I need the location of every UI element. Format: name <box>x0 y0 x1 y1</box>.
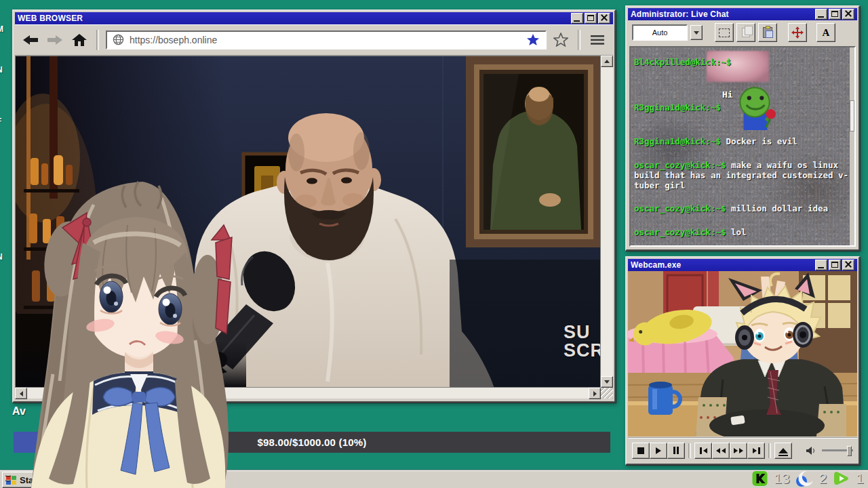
moon-icon[interactable] <box>795 470 814 487</box>
system-tray: 13 2 1 <box>751 468 864 488</box>
video-player[interactable]: SU SCRI <box>15 56 601 388</box>
back-arrow-icon <box>22 34 39 46</box>
forward-arrow-icon <box>46 34 64 46</box>
chat-message: oscar_cozy@kick:~$ make a waifu os linux… <box>634 160 852 190</box>
media-controls <box>628 438 857 462</box>
eject-icon <box>778 448 788 453</box>
desktop-icon-label-fragment: N <box>0 252 3 262</box>
horizontal-scrollbar[interactable] <box>15 388 601 399</box>
hamburger-menu-icon <box>589 34 606 46</box>
browser-titlebar[interactable]: WEB BROWSER <box>15 12 613 24</box>
speaker-icon <box>806 446 816 455</box>
volume-thumb[interactable] <box>847 446 852 456</box>
font-size-dropdown[interactable]: Auto <box>632 24 688 41</box>
desktop-icon-label-fragment: M <box>0 24 3 34</box>
scroll-up-icon[interactable] <box>601 56 613 67</box>
paste-icon <box>763 27 772 38</box>
play-button[interactable] <box>650 443 667 459</box>
browser-title: WEB BROWSER <box>18 14 571 23</box>
maximize-icon[interactable] <box>585 13 597 24</box>
chat-toolbar: Auto A <box>628 20 857 45</box>
move-button[interactable] <box>788 23 807 42</box>
chat-log[interactable]: :[.%y%}#,|~~(:.**.{:%}%%'{/;":{<:-(';/` … <box>629 46 856 247</box>
dropdown-arrow-icon[interactable] <box>690 25 703 40</box>
scroll-down-icon[interactable] <box>601 376 613 388</box>
portrait-painting <box>466 56 601 247</box>
star-outline-icon <box>553 33 568 47</box>
vtuber-webcam-scene <box>628 271 857 436</box>
minimize-icon[interactable] <box>571 13 583 24</box>
home-button[interactable] <box>69 30 90 49</box>
goal-label: Av <box>12 405 26 418</box>
copy-button[interactable] <box>736 23 755 42</box>
home-icon <box>71 33 87 47</box>
select-tool-button[interactable] <box>715 23 734 42</box>
minimize-icon[interactable] <box>815 9 827 20</box>
webcam-feed[interactable] <box>628 271 857 436</box>
chat-message: R3ggina1d@kick:~$ Docker is evil <box>634 136 852 146</box>
skip-start-button[interactable] <box>694 443 712 459</box>
close-icon[interactable] <box>598 13 610 24</box>
rumble-icon[interactable] <box>832 470 850 487</box>
bookmark-star-icon[interactable] <box>526 33 540 46</box>
browser-toolbar: https://boseph.online <box>15 24 613 56</box>
play-icon <box>656 447 661 454</box>
close-icon[interactable] <box>842 9 854 20</box>
podcast-video-frame <box>16 56 601 388</box>
progress-fill <box>14 432 73 453</box>
desktop-icon-label-fragment: F <box>0 117 1 126</box>
vertical-scrollbar[interactable] <box>601 56 613 388</box>
marquee-select-icon <box>719 28 730 37</box>
copy-icon <box>742 28 750 37</box>
chat-title: Administrator: Live Chat <box>631 9 815 19</box>
volume-slider[interactable] <box>822 449 853 451</box>
start-button[interactable]: Start <box>2 472 45 488</box>
start-label: Start <box>20 475 40 485</box>
maximize-icon[interactable] <box>829 9 841 20</box>
maximize-icon[interactable] <box>829 260 841 270</box>
windows-logo-icon <box>5 475 17 485</box>
viewer-count: 1 <box>856 470 864 487</box>
chat-titlebar[interactable]: Administrator: Live Chat <box>628 8 857 20</box>
back-button[interactable] <box>20 30 41 49</box>
controls-separator <box>768 443 771 458</box>
progress-text: $98.00/$1000.00 (10%) <box>258 436 367 448</box>
chat-message: oscar_cozy@kick:~$ million dollar idea <box>634 203 852 214</box>
webcam-window: Webcam.exe <box>625 256 860 465</box>
webcam-titlebar[interactable]: Webcam.exe <box>628 259 857 271</box>
volume-button[interactable] <box>803 443 819 458</box>
font-button[interactable]: A <box>816 23 835 42</box>
forward-button[interactable] <box>45 30 65 49</box>
scroll-right-icon[interactable] <box>589 388 601 399</box>
skip-end-button[interactable] <box>747 443 765 459</box>
kick-icon[interactable] <box>751 470 768 487</box>
chat-window: Administrator: Live Chat Auto A :[.%y%}#… <box>625 5 860 251</box>
url-text: https://boseph.online <box>130 35 521 45</box>
chat-message: R3ggina1d@kick:~$ <box>634 102 852 113</box>
toolbar-separator <box>96 30 99 50</box>
favorites-button[interactable] <box>551 30 571 49</box>
move-arrows-icon <box>791 26 804 39</box>
subscribe-watermark: SU SCRI <box>564 323 601 360</box>
minimize-icon[interactable] <box>815 260 827 270</box>
chat-scroll-thumb[interactable] <box>850 100 854 131</box>
url-field[interactable]: https://boseph.online <box>106 30 547 49</box>
chat-scrollbar[interactable] <box>850 47 854 245</box>
paste-button[interactable] <box>758 23 777 42</box>
menu-button[interactable] <box>587 30 608 49</box>
controls-separator <box>688 443 691 458</box>
stop-icon <box>637 447 644 454</box>
viewer-count: 2 <box>819 470 827 487</box>
window-resize-grip[interactable] <box>601 388 613 399</box>
rewind-button[interactable] <box>712 443 730 459</box>
close-icon[interactable] <box>842 260 854 270</box>
viewer-count: 13 <box>774 470 789 487</box>
taskbar: Start 13 2 1 <box>0 470 868 488</box>
scroll-left-icon[interactable] <box>15 388 27 399</box>
donation-progress-bar: $98.00/$1000.00 (10%) <box>14 432 610 453</box>
fast-forward-button[interactable] <box>730 443 747 459</box>
pause-button[interactable] <box>667 443 685 459</box>
stop-button[interactable] <box>632 443 650 459</box>
desktop-icon-label-fragment: N <box>0 65 3 75</box>
eject-button[interactable] <box>774 443 792 459</box>
